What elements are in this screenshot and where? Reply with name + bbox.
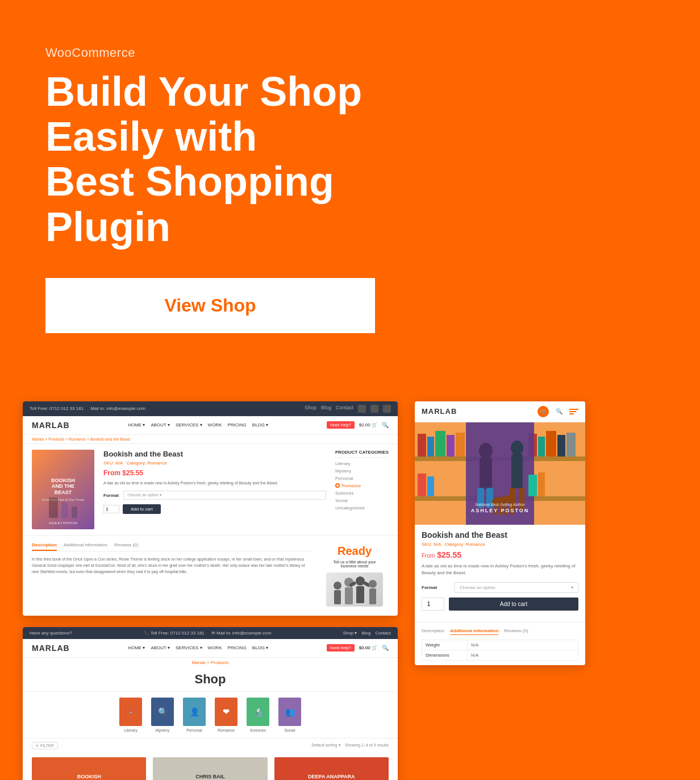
product-description: A tale as old as time is made new in Ash…	[103, 480, 326, 487]
table-row: Weight N/A	[422, 640, 578, 650]
shop-need-help[interactable]: Need Help?	[327, 644, 355, 652]
right-format-row: Format Choose an option ▾	[422, 582, 578, 593]
shop-page-screenshot: Have any questions? 📞 Toll Free: 0712 01…	[23, 627, 398, 780]
svg-rect-3	[345, 587, 353, 604]
svg-point-39	[511, 441, 523, 455]
shop-search-icon[interactable]: 🔍	[382, 645, 389, 651]
table-row: Dimensions N/A	[422, 650, 578, 660]
right-format-select[interactable]: Choose an option ▾	[455, 582, 578, 593]
product-tabs-area: Description Additional information Revie…	[23, 535, 398, 616]
hero-section: WooCommerce Build Your Shop Easily with …	[0, 0, 700, 367]
filter-button[interactable]: ≡ FILTER	[32, 742, 58, 749]
svg-rect-9	[369, 588, 376, 604]
right-hero-image: National Best-Selling Author ASHLEY POST…	[415, 422, 585, 525]
cat-personal[interactable]: Personal	[335, 475, 389, 482]
svg-rect-17	[456, 433, 465, 457]
svg-rect-5	[356, 586, 364, 603]
filter-icon: ≡	[36, 744, 38, 748]
right-product-meta: SKU: N/A Category: Romance	[422, 542, 578, 547]
right-product-info: Bookish and the Beast SKU: N/A Category:…	[415, 525, 585, 622]
shop-breadcrumb: Marlab > Products	[23, 658, 398, 667]
cat-social[interactable]: 👥 Social	[278, 698, 301, 732]
svg-rect-15	[435, 431, 445, 457]
shop-logo: MARLAB	[32, 644, 70, 653]
ready-title: Ready	[338, 545, 372, 558]
product-card-1[interactable]: BOOKISH	[32, 757, 146, 780]
ready-image	[326, 572, 383, 607]
product-info: Bookish and the Beast SKU: N/A Category:…	[103, 450, 326, 529]
search-icon[interactable]: 🔍	[555, 407, 564, 416]
svg-point-0	[334, 582, 341, 590]
left-screenshots: Toll Free: 0712 012 33 181 Mail to: info…	[23, 401, 398, 780]
tab-content: In this third book of the Once Upon a Co…	[32, 556, 311, 575]
cart-icon[interactable]: 🛒	[538, 406, 549, 417]
right-product-price: From $25.55	[422, 550, 578, 559]
tab-reviews[interactable]: Reviews (0)	[114, 540, 138, 551]
svg-rect-1	[334, 590, 341, 604]
screenshots-section: Toll Free: 0712 012 33 181 Mail to: info…	[0, 367, 700, 780]
menu-icon[interactable]	[569, 408, 578, 415]
cat-sciences[interactable]: Sciences	[335, 489, 389, 497]
tab-description[interactable]: Description	[32, 540, 57, 551]
shop-topbar: Have any questions? 📞 Toll Free: 0712 01…	[23, 627, 398, 639]
cat-mystery[interactable]: Mystery	[335, 467, 389, 475]
book-cover: BOOKISHAND THEBEAST From Part Five & Pax…	[32, 450, 94, 529]
right-tab-additional[interactable]: Additional information	[450, 627, 498, 635]
svg-point-28	[479, 443, 493, 459]
ready-box: Ready Tell us a little about your busine…	[320, 540, 389, 611]
svg-rect-24	[418, 474, 426, 496]
format-select[interactable]: Choose an option ▾	[123, 491, 326, 500]
view-shop-button[interactable]: View Shop	[45, 278, 375, 333]
cat-personal[interactable]: 👤 Personal	[183, 698, 206, 732]
tab-navigation: Description Additional information Revie…	[32, 540, 311, 551]
right-panel-header: MARLAB 🛒 🔍	[415, 401, 585, 422]
right-product-panel: MARLAB 🛒 🔍	[415, 401, 585, 665]
product-navbar: MARLAB HOME ▾ ABOUT ▾ SERVICES ▾ WORK PR…	[23, 416, 398, 435]
add-to-cart-row: Add to cart	[103, 504, 326, 514]
cat-sciences[interactable]: 🔬 Sciences	[247, 698, 269, 732]
right-add-to-cart-button[interactable]: Add to cart	[449, 598, 578, 611]
shop-navbar: MARLAB HOME ▾ ABOUT ▾ SERVICES ▾ WORK PR…	[23, 639, 398, 658]
need-help-button[interactable]: Need Help?	[327, 421, 355, 429]
right-tab-nav: Description Additional information Revie…	[422, 627, 578, 635]
product-tabs: Description Additional information Revie…	[32, 540, 311, 611]
svg-point-4	[356, 576, 365, 586]
product-categories: PRODUCT CATEGORIES Literary Mystery Pers…	[335, 450, 389, 529]
cat-uncategorized[interactable]: Uncategorized	[335, 504, 389, 512]
facebook-icon	[358, 405, 366, 413]
product-meta: SKU: N/A Category: Romance	[103, 460, 326, 466]
hero-title: Build Your Shop Easily with Best Shoppin…	[45, 69, 443, 250]
ready-subtitle: Tell us a little about your business nee…	[325, 560, 384, 568]
svg-rect-27	[538, 472, 545, 496]
product-card-2[interactable]: CHRIS BAIL	[153, 757, 267, 780]
right-tab-reviews[interactable]: Reviews (0)	[504, 627, 528, 635]
cat-romance[interactable]: Romance	[335, 482, 389, 489]
right-quantity-input[interactable]	[422, 598, 444, 611]
product-price: From $25.55	[103, 469, 326, 477]
cat-social[interactable]: Social	[335, 497, 389, 504]
right-tab-description[interactable]: Description	[422, 627, 444, 635]
shop-products-grid: BOOKISH CHRIS BAIL DEEPA ANAPPARA	[23, 753, 398, 780]
cat-literary[interactable]: 📚 Literary	[119, 698, 142, 732]
right-header-icons: 🛒 🔍	[538, 406, 578, 417]
right-logo: MARLAB	[422, 407, 457, 416]
tab-additional[interactable]: Additional information	[64, 540, 107, 551]
browser-topbar: Toll Free: 0712 012 33 181 Mail to: info…	[23, 401, 398, 416]
quantity-input[interactable]	[103, 505, 119, 513]
svg-rect-13	[418, 434, 426, 457]
svg-rect-14	[427, 437, 434, 457]
svg-rect-20	[546, 431, 556, 457]
cat-literary[interactable]: Literary	[335, 460, 389, 467]
right-additional-table: Weight N/A Dimensions N/A	[422, 640, 578, 661]
instagram-icon	[383, 405, 391, 413]
svg-rect-29	[480, 458, 492, 489]
search-icon[interactable]: 🔍	[382, 422, 389, 428]
right-product-title: Bookish and the Beast	[422, 530, 578, 540]
svg-rect-22	[566, 433, 576, 457]
add-to-cart-button[interactable]: Add to cart	[123, 504, 161, 514]
product-card-3[interactable]: DEEPA ANAPPARA	[274, 757, 389, 780]
svg-rect-25	[427, 476, 434, 496]
book-author: ASHLEY POSTON	[49, 521, 77, 525]
cat-mystery[interactable]: 🔍 Mystery	[151, 698, 174, 732]
cat-romance[interactable]: ❤ Romance	[215, 698, 238, 732]
